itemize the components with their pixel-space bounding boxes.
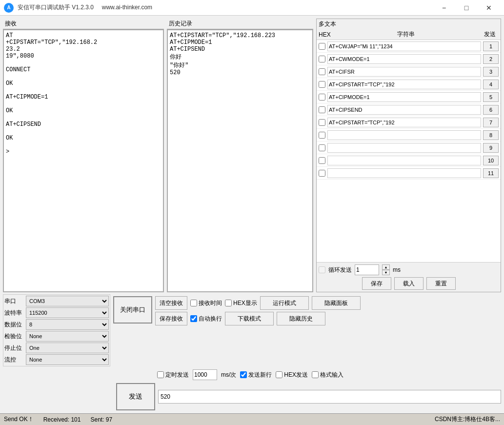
hex-send-checkbox[interactable] bbox=[276, 371, 282, 378]
str-input-7[interactable] bbox=[327, 118, 481, 127]
newline-checkbox[interactable] bbox=[240, 371, 247, 378]
check-row: 检验位 None bbox=[4, 331, 109, 342]
send-btn-7[interactable]: 7 bbox=[483, 118, 499, 127]
port-select[interactable]: COM3 bbox=[26, 296, 109, 306]
receive-panel: 接收 bbox=[3, 19, 164, 292]
maximize-button[interactable]: □ bbox=[455, 0, 478, 16]
send-btn-4[interactable]: 4 bbox=[483, 80, 499, 89]
hex-checkbox-4[interactable] bbox=[319, 81, 325, 88]
str-input-9[interactable] bbox=[327, 143, 481, 153]
hex-checkbox-5[interactable] bbox=[319, 94, 325, 101]
str-input-11[interactable] bbox=[327, 168, 481, 178]
hex-checkbox-6[interactable] bbox=[319, 106, 325, 113]
ctrl-row-1: 清空接收 接收时间 HEX显示 运行模式 隐藏面板 bbox=[155, 296, 501, 310]
timer-checkbox[interactable] bbox=[157, 371, 164, 378]
send-btn-8[interactable]: 8 bbox=[483, 130, 499, 140]
timer-check[interactable]: 定时发送 bbox=[157, 371, 189, 379]
clear-recv-button[interactable]: 清空接收 bbox=[155, 296, 187, 310]
send-btn-11[interactable]: 11 bbox=[483, 168, 499, 178]
list-item: 11 bbox=[317, 167, 501, 180]
stop-select[interactable]: One bbox=[26, 343, 109, 353]
flow-select[interactable]: None bbox=[26, 354, 109, 365]
baud-select[interactable]: 115200 bbox=[26, 307, 109, 318]
multitext-rows: 1 2 3 4 bbox=[317, 40, 501, 262]
receive-textarea[interactable] bbox=[3, 30, 163, 292]
loop-input[interactable]: 1 bbox=[355, 264, 379, 275]
list-item: 4 bbox=[317, 78, 501, 91]
str-input-5[interactable] bbox=[327, 92, 481, 102]
str-input-6[interactable] bbox=[327, 105, 481, 115]
open-port-button[interactable]: 关闭串口 bbox=[113, 296, 152, 324]
close-button[interactable]: ✕ bbox=[478, 0, 500, 16]
list-item: 6 bbox=[317, 103, 501, 116]
hex-checkbox-1[interactable] bbox=[319, 43, 325, 50]
send-input[interactable] bbox=[158, 390, 501, 404]
run-mode-button[interactable]: 运行模式 bbox=[260, 296, 309, 310]
app-icon: A bbox=[4, 3, 14, 13]
send-btn-2[interactable]: 2 bbox=[483, 54, 499, 64]
hide-history-button[interactable]: 隐藏历史 bbox=[277, 312, 325, 325]
str-input-4[interactable] bbox=[327, 80, 481, 89]
ctrl-row-2: 保存接收 自动换行 下载模式 隐藏历史 bbox=[155, 312, 501, 325]
send-full-row: 发送 bbox=[3, 383, 501, 410]
multitext-panel: 多文本 HEX 字符串 发送 1 2 bbox=[316, 19, 501, 292]
str-input-1[interactable] bbox=[327, 41, 481, 51]
loop-checkbox[interactable] bbox=[319, 266, 325, 273]
recv-time-check[interactable]: 接收时间 bbox=[190, 299, 222, 307]
multitext-header: HEX 字符串 发送 bbox=[317, 29, 501, 40]
spinner-down[interactable]: ▼ bbox=[382, 270, 390, 275]
newline-check[interactable]: 发送新行 bbox=[240, 371, 272, 379]
auto-newline-check[interactable]: 自动换行 bbox=[190, 315, 222, 323]
title-bar: A 安信可串口调试助手 V1.2.3.0 www.ai-thinker.com … bbox=[0, 0, 504, 16]
list-item: 9 bbox=[317, 142, 501, 154]
hex-checkbox-7[interactable] bbox=[319, 119, 325, 126]
multitext-footer-btns: 保存 载入 重置 bbox=[319, 277, 499, 290]
list-item: 10 bbox=[317, 154, 501, 167]
hide-panel-button[interactable]: 隐藏面板 bbox=[312, 296, 361, 310]
recv-time-checkbox[interactable] bbox=[190, 300, 197, 306]
data-select[interactable]: 8 bbox=[26, 319, 109, 330]
right-controls: 清空接收 接收时间 HEX显示 运行模式 隐藏面板 保存接收 bbox=[155, 294, 501, 325]
load-button[interactable]: 载入 bbox=[394, 277, 423, 290]
str-input-2[interactable] bbox=[327, 54, 481, 64]
hex-checkbox-3[interactable] bbox=[319, 68, 325, 75]
hex-checkbox-11[interactable] bbox=[319, 170, 325, 177]
spinner-up[interactable]: ▲ bbox=[382, 264, 390, 270]
bottom-section: 串口 COM3 波特率 115200 数据位 8 bbox=[3, 294, 501, 410]
controls-row: 串口 COM3 波特率 115200 数据位 8 bbox=[3, 294, 501, 366]
flow-label: 流控 bbox=[4, 356, 24, 364]
send-ok-status: Send OK！ bbox=[4, 415, 34, 424]
loop-spinner[interactable]: ▲ ▼ bbox=[382, 264, 390, 275]
send-btn-1[interactable]: 1 bbox=[483, 41, 499, 51]
send-btn-3[interactable]: 3 bbox=[483, 67, 499, 77]
send-btn-9[interactable]: 9 bbox=[483, 143, 499, 153]
minimize-button[interactable]: − bbox=[433, 0, 455, 16]
send-btn-5[interactable]: 5 bbox=[483, 92, 499, 102]
save-recv-button[interactable]: 保存接收 bbox=[155, 312, 187, 325]
serial-settings: 串口 COM3 波特率 115200 数据位 8 bbox=[3, 294, 110, 366]
hex-display-check[interactable]: HEX显示 bbox=[225, 299, 257, 307]
hex-checkbox-10[interactable] bbox=[319, 157, 325, 164]
download-mode-button[interactable]: 下载模式 bbox=[225, 312, 274, 325]
str-input-8[interactable] bbox=[327, 130, 481, 140]
hex-checkbox-2[interactable] bbox=[319, 56, 325, 62]
format-input-check[interactable]: 格式输入 bbox=[312, 371, 343, 379]
str-input-10[interactable] bbox=[327, 156, 481, 165]
hex-display-checkbox[interactable] bbox=[225, 300, 232, 306]
check-select[interactable]: None bbox=[26, 331, 109, 342]
col-send-header: 发送 bbox=[481, 30, 499, 39]
send-main-button[interactable]: 发送 bbox=[116, 383, 155, 410]
timer-input[interactable]: 1000 bbox=[193, 369, 217, 380]
format-input-checkbox[interactable] bbox=[312, 371, 319, 378]
check-label: 检验位 bbox=[4, 332, 24, 341]
send-btn-10[interactable]: 10 bbox=[483, 156, 499, 165]
str-input-3[interactable] bbox=[327, 67, 481, 77]
reset-button[interactable]: 重置 bbox=[426, 277, 456, 290]
history-textarea[interactable] bbox=[167, 30, 313, 292]
auto-newline-checkbox[interactable] bbox=[190, 315, 197, 322]
save-button[interactable]: 保存 bbox=[362, 277, 391, 290]
hex-checkbox-8[interactable] bbox=[319, 132, 325, 139]
hex-send-check[interactable]: HEX发送 bbox=[276, 371, 308, 379]
send-btn-6[interactable]: 6 bbox=[483, 105, 499, 115]
hex-checkbox-9[interactable] bbox=[319, 144, 325, 151]
